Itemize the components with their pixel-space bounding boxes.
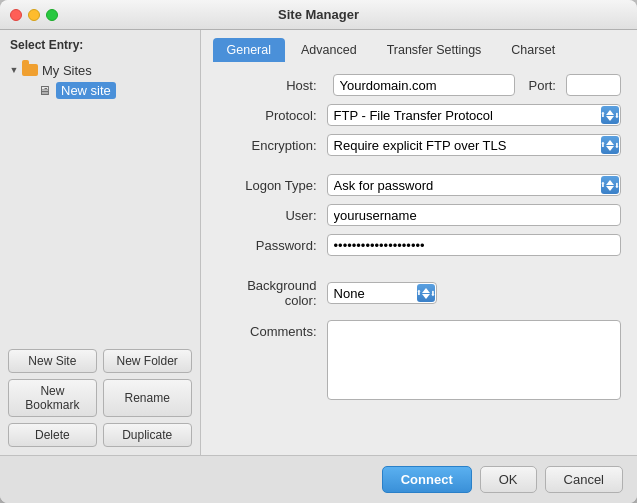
- host-row: Host: Port:: [217, 74, 621, 96]
- folder-icon: [22, 62, 38, 78]
- new-bookmark-button[interactable]: New Bookmark: [8, 379, 97, 417]
- tab-advanced[interactable]: Advanced: [287, 38, 371, 62]
- tree-arrow: ▼: [8, 64, 20, 76]
- minimize-button[interactable]: [28, 9, 40, 21]
- bg-color-row: Background color: None Red Blue Green: [217, 278, 621, 308]
- port-label: Port:: [529, 78, 556, 93]
- host-label: Host:: [217, 78, 327, 93]
- comments-row: Comments:: [217, 316, 621, 400]
- tree-item-new-site[interactable]: 🖥 New site: [0, 80, 200, 101]
- tab-general[interactable]: General: [213, 38, 285, 62]
- titlebar: Site Manager: [0, 0, 637, 30]
- encryption-select[interactable]: Require explicit FTP over TLS Use explic…: [327, 134, 621, 156]
- main-content: Select Entry: ▼ My Sites 🖥 New site: [0, 30, 637, 455]
- tree-item-my-sites[interactable]: ▼ My Sites: [0, 60, 200, 80]
- ok-button[interactable]: OK: [480, 466, 537, 493]
- my-sites-label: My Sites: [42, 63, 92, 78]
- separator2: [217, 264, 621, 274]
- tree-area: ▼ My Sites 🖥 New site: [0, 56, 200, 341]
- new-site-label: New site: [56, 82, 116, 99]
- encryption-select-wrapper: Require explicit FTP over TLS Use explic…: [327, 134, 621, 156]
- duplicate-button[interactable]: Duplicate: [103, 423, 192, 447]
- logon-type-select-wrapper: Ask for password Normal Anonymous Intera…: [327, 174, 621, 196]
- separator1: [217, 164, 621, 174]
- site-manager-window: Site Manager Select Entry: ▼ My Sites 🖥 …: [0, 0, 637, 503]
- connect-button[interactable]: Connect: [382, 466, 472, 493]
- user-row: User:: [217, 204, 621, 226]
- new-site-button[interactable]: New Site: [8, 349, 97, 373]
- tab-transfer-settings[interactable]: Transfer Settings: [373, 38, 496, 62]
- bg-color-label: Background color:: [217, 278, 327, 308]
- protocol-label: Protocol:: [217, 108, 327, 123]
- port-input[interactable]: [566, 74, 621, 96]
- right-panel: General Advanced Transfer Settings Chars…: [201, 30, 637, 455]
- left-buttons: New Site New Folder New Bookmark Rename …: [0, 341, 200, 455]
- left-panel: Select Entry: ▼ My Sites 🖥 New site: [0, 30, 201, 455]
- tab-charset[interactable]: Charset: [497, 38, 569, 62]
- form-area: Host: Port: Protocol: FTP - File Transfe…: [201, 62, 637, 455]
- user-input[interactable]: [327, 204, 621, 226]
- password-input[interactable]: [327, 234, 621, 256]
- rename-button[interactable]: Rename: [103, 379, 192, 417]
- logon-type-select[interactable]: Ask for password Normal Anonymous Intera…: [327, 174, 621, 196]
- new-folder-button[interactable]: New Folder: [103, 349, 192, 373]
- protocol-row: Protocol: FTP - File Transfer Protocol S…: [217, 104, 621, 126]
- bottom-bar: Connect OK Cancel: [0, 455, 637, 503]
- comments-label: Comments:: [217, 320, 327, 339]
- select-entry-label: Select Entry:: [0, 30, 200, 56]
- comments-input[interactable]: [327, 320, 621, 400]
- encryption-row: Encryption: Require explicit FTP over TL…: [217, 134, 621, 156]
- maximize-button[interactable]: [46, 9, 58, 21]
- bg-color-select[interactable]: None Red Blue Green: [327, 282, 437, 304]
- password-row: Password:: [217, 234, 621, 256]
- close-button[interactable]: [10, 9, 22, 21]
- logon-type-row: Logon Type: Ask for password Normal Anon…: [217, 174, 621, 196]
- tabs-bar: General Advanced Transfer Settings Chars…: [201, 30, 637, 62]
- site-icon: 🖥: [36, 83, 52, 99]
- encryption-label: Encryption:: [217, 138, 327, 153]
- user-label: User:: [217, 208, 327, 223]
- protocol-select-wrapper: FTP - File Transfer Protocol SFTP - SSH …: [327, 104, 621, 126]
- window-title: Site Manager: [278, 7, 359, 22]
- traffic-lights: [10, 9, 58, 21]
- logon-type-label: Logon Type:: [217, 178, 327, 193]
- host-input[interactable]: [333, 74, 515, 96]
- bg-color-select-wrapper: None Red Blue Green: [327, 282, 437, 304]
- protocol-select[interactable]: FTP - File Transfer Protocol SFTP - SSH …: [327, 104, 621, 126]
- delete-button[interactable]: Delete: [8, 423, 97, 447]
- password-label: Password:: [217, 238, 327, 253]
- cancel-button[interactable]: Cancel: [545, 466, 623, 493]
